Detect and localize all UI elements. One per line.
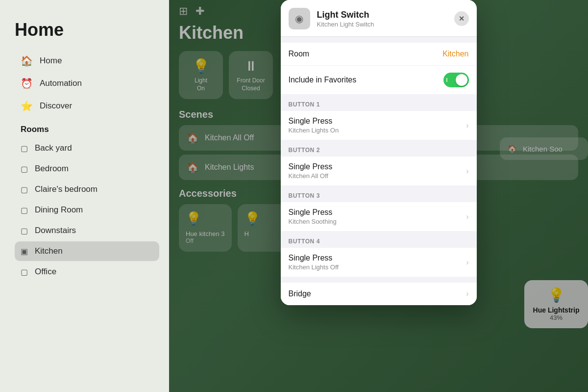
room-label: Downstairs [35, 226, 76, 235]
button2-row[interactable]: Single Press Kitchen All Off › [281, 157, 477, 185]
room-label: Office [35, 267, 56, 277]
room-label: Kitchen [35, 246, 63, 256]
favorites-label: Include in Favorites [289, 76, 357, 84]
sidebar: Home 🏠 Home ⏰ Automation ⭐ Discover Room… [0, 0, 169, 392]
sidebar-item-dining-room[interactable]: ▢ Dining Room [15, 200, 159, 220]
room-icon: ▢ [21, 226, 28, 235]
switch-icon: ◉ [295, 13, 303, 25]
chevron-right-icon: › [466, 258, 468, 267]
button4-action: Single Press [289, 254, 339, 262]
button3-action: Single Press [289, 208, 337, 217]
chevron-right-icon: › [466, 167, 468, 176]
button1-section: Single Press Kitchen Lights On › [281, 111, 477, 140]
app-title: Home [15, 20, 159, 40]
light-switch-modal: ◉ Light Switch Kitchen Light Switch ✕ Ro… [281, 0, 477, 305]
sidebar-item-discover[interactable]: ⭐ Discover [15, 95, 159, 117]
button2-action: Single Press [289, 162, 333, 171]
button1-action: Single Press [289, 117, 339, 126]
button3-row[interactable]: Single Press Kitchen Soothing › [281, 202, 477, 231]
room-row[interactable]: Room Kitchen [281, 43, 477, 66]
sidebar-item-back-yard[interactable]: ▢ Back yard [15, 138, 159, 158]
button4-section: Single Press Kitchen Lights Off › [281, 248, 477, 277]
room-label: Room [289, 50, 310, 58]
button4-section-label: BUTTON 4 [281, 231, 477, 248]
modal-close-button[interactable]: ✕ [454, 11, 469, 26]
sidebar-item-office[interactable]: ▢ Office [15, 262, 159, 282]
button3-left: Single Press Kitchen Soothing [289, 208, 337, 225]
button1-left: Single Press Kitchen Lights On [289, 117, 339, 134]
bridge-label: Bridge [289, 289, 311, 298]
chevron-right-icon: › [466, 212, 468, 221]
sidebar-item-label: Discover [40, 101, 72, 111]
button1-section-label: BUTTON 1 [281, 94, 477, 111]
chevron-right-icon: › [466, 289, 468, 298]
room-icon: ▢ [21, 144, 28, 153]
button2-section-label: BUTTON 2 [281, 140, 477, 157]
automation-icon: ⏰ [21, 78, 33, 89]
button4-row[interactable]: Single Press Kitchen Lights Off › [281, 248, 477, 277]
sidebar-item-home[interactable]: 🏠 Home [15, 50, 159, 72]
sidebar-item-label: Automation [40, 78, 82, 88]
button2-scene: Kitchen All Off [289, 172, 333, 180]
button1-scene: Kitchen Lights On [289, 127, 339, 134]
button1-row[interactable]: Single Press Kitchen Lights On › [281, 111, 477, 140]
room-value: Kitchen [442, 50, 468, 58]
sidebar-item-bedroom[interactable]: ▢ Bedroom [15, 159, 159, 179]
toggle-knob [456, 74, 467, 86]
room-label: Back yard [35, 143, 72, 153]
room-label: Dining Room [35, 205, 83, 215]
bridge-row[interactable]: Bridge › [281, 283, 477, 305]
favorites-toggle[interactable]: I [443, 73, 469, 87]
toggle-on-label: I [446, 78, 448, 83]
button3-scene: Kitchen Soothing [289, 218, 337, 225]
main-content: ⊞ ✚ Kitchen 💡 LightOn ⏸ Front DoorClosed… [169, 0, 588, 392]
modal-overlay: ◉ Light Switch Kitchen Light Switch ✕ Ro… [169, 0, 588, 392]
favorites-row[interactable]: Include in Favorites I [281, 66, 477, 94]
room-label: Claire's bedroom [35, 184, 98, 194]
rooms-list: ▢ Back yard ▢ Bedroom ▢ Claire's bedroom… [15, 138, 159, 282]
sidebar-item-automation[interactable]: ⏰ Automation [15, 73, 159, 94]
modal-title-block: Light Switch Kitchen Light Switch [317, 10, 447, 28]
kitchen-background: ⊞ ✚ Kitchen 💡 LightOn ⏸ Front DoorClosed… [169, 0, 588, 392]
room-icon: ▢ [21, 267, 28, 277]
modal-subtitle: Kitchen Light Switch [317, 21, 447, 28]
button4-left: Single Press Kitchen Lights Off [289, 254, 339, 271]
chevron-right-icon: › [466, 121, 468, 130]
room-icon: ▢ [21, 164, 28, 174]
nav-section: 🏠 Home ⏰ Automation ⭐ Discover [15, 50, 159, 117]
button3-section: Single Press Kitchen Soothing › [281, 202, 477, 231]
button4-scene: Kitchen Lights Off [289, 263, 339, 271]
room-section: Room Kitchen Include in Favorites I [281, 43, 477, 94]
discover-icon: ⭐ [21, 100, 33, 112]
rooms-section-label: Rooms [21, 125, 153, 134]
home-icon: 🏠 [21, 55, 33, 67]
room-label: Bedroom [35, 164, 69, 174]
button3-section-label: BUTTON 3 [281, 185, 477, 202]
sidebar-item-label: Home [40, 56, 62, 66]
modal-header: ◉ Light Switch Kitchen Light Switch ✕ [281, 0, 477, 37]
room-icon: ▢ [21, 206, 28, 215]
sidebar-item-downstairs[interactable]: ▢ Downstairs [15, 221, 159, 240]
modal-title: Light Switch [317, 10, 447, 20]
button2-section: Single Press Kitchen All Off › [281, 157, 477, 185]
room-icon: ▣ [21, 247, 28, 256]
sidebar-item-kitchen[interactable]: ▣ Kitchen [15, 241, 159, 261]
sidebar-item-claires-bedroom[interactable]: ▢ Claire's bedroom [15, 180, 159, 199]
modal-device-icon: ◉ [289, 8, 310, 29]
button2-left: Single Press Kitchen All Off [289, 162, 333, 180]
room-icon: ▢ [21, 185, 28, 194]
